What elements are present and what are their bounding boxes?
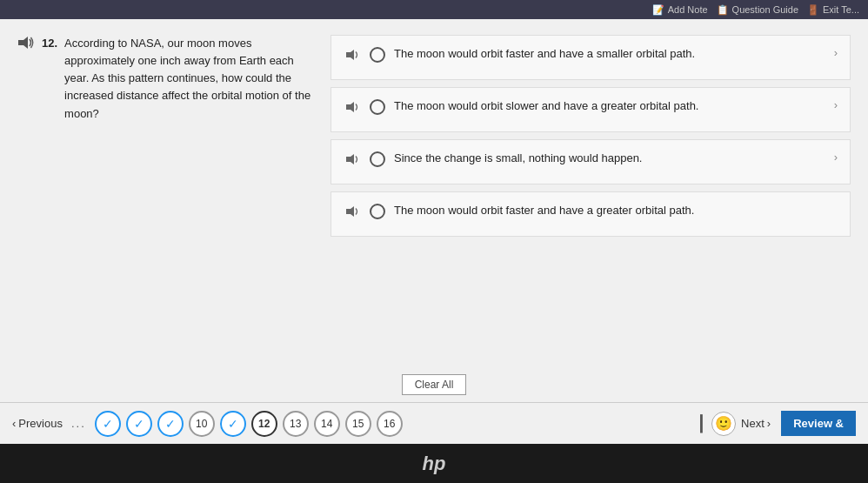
page-btn-8[interactable]: ✓ <box>126 411 152 437</box>
page-btn-10[interactable]: 10 <box>189 411 215 437</box>
page-btn-13[interactable]: 13 <box>283 411 309 437</box>
page-13-label: 13 <box>290 418 301 430</box>
svg-marker-3 <box>346 154 354 164</box>
page-14-label: 14 <box>321 418 332 430</box>
audio-icon-b[interactable] <box>344 99 363 115</box>
guide-icon: 📋 <box>717 4 729 16</box>
audio-icon-question[interactable] <box>17 36 35 50</box>
arrow-a: › <box>834 46 838 59</box>
arrow-b: › <box>834 98 838 111</box>
option-d-text: The moon would orbit faster and have a g… <box>394 203 838 219</box>
prev-arrow-icon: ‹ <box>12 417 16 430</box>
radio-b[interactable] <box>370 99 385 115</box>
radio-d[interactable] <box>370 204 385 219</box>
svg-marker-4 <box>346 206 354 217</box>
option-a-left <box>344 46 385 63</box>
check-icon-11: ✓ <box>228 418 238 430</box>
question-guide-label: Question Guide <box>732 4 798 15</box>
text-cursor-icon[interactable]: ┃ <box>697 414 706 433</box>
page-10-label: 10 <box>196 418 207 430</box>
question-area: 12. According to NASA, our moon moves ap… <box>0 19 868 371</box>
check-icon-8: ✓ <box>134 418 144 430</box>
hp-logo: hp <box>423 453 446 475</box>
page-btn-9[interactable]: ✓ <box>157 411 184 437</box>
option-b-text: The moon would orbit slower and have a g… <box>394 98 825 115</box>
page-btn-7[interactable]: ✓ 7 <box>95 411 121 437</box>
top-bar: 📝 Add Note 📋 Question Guide 🚪 Exit Te... <box>0 0 868 19</box>
check-icon-7: ✓ <box>103 418 113 430</box>
add-note-button[interactable]: 📝 Add Note <box>652 4 708 16</box>
page-btn-15[interactable]: 15 <box>345 411 371 437</box>
bottom-nav: ‹ Previous ... ✓ 7 ✓ ✓ 10 ✓ <box>0 402 868 444</box>
option-b-left <box>344 98 385 115</box>
question-guide-button[interactable]: 📋 Question Guide <box>717 4 798 16</box>
page-btn-12[interactable]: 12 <box>251 411 277 437</box>
audio-icon-c[interactable] <box>344 151 363 167</box>
smile-icon: 🙂 <box>715 415 732 432</box>
option-d[interactable]: The moon would orbit faster and have a g… <box>331 191 851 237</box>
page-15-label: 15 <box>352 418 364 430</box>
next-arrow-icon: › <box>767 417 771 430</box>
nav-dots: ... <box>71 417 86 430</box>
page-btn-14[interactable]: 14 <box>314 411 340 437</box>
page-btn-16[interactable]: 16 <box>377 411 403 437</box>
option-a-text: The moon would orbit faster and have a s… <box>394 46 825 63</box>
add-note-label: Add Note <box>668 4 708 15</box>
page-12-label: 12 <box>258 418 270 430</box>
radio-a[interactable] <box>370 47 385 63</box>
answer-options: The moon would orbit faster and have a s… <box>331 35 851 362</box>
exit-test-button[interactable]: 🚪 Exit Te... <box>807 4 859 16</box>
page-btn-11[interactable]: ✓ <box>220 411 246 437</box>
check-icon-9: ✓ <box>165 418 176 430</box>
next-label: Next <box>741 417 765 430</box>
question-number-label: 12. <box>42 35 57 52</box>
option-c-left <box>344 151 385 167</box>
emoji-button[interactable]: 🙂 <box>711 412 736 436</box>
question-left: 12. According to NASA, our moon moves ap… <box>17 35 313 362</box>
next-button[interactable]: Next › <box>741 417 771 430</box>
svg-marker-0 <box>18 37 28 49</box>
option-b[interactable]: The moon would orbit slower and have a g… <box>331 87 851 132</box>
svg-marker-1 <box>346 50 354 60</box>
note-icon: 📝 <box>652 4 664 16</box>
review-button[interactable]: Review & <box>781 411 856 436</box>
option-c-text: Since the change is small, nothing would… <box>394 151 825 167</box>
clear-all-row: Clear All <box>0 371 868 402</box>
arrow-c: › <box>834 151 838 164</box>
question-number-row: 12. According to NASA, our moon moves ap… <box>17 35 313 123</box>
svg-marker-2 <box>346 102 354 112</box>
option-d-left <box>344 203 385 219</box>
hp-logo-bar: hp <box>0 444 868 483</box>
previous-button[interactable]: ‹ Previous <box>12 417 63 430</box>
option-c[interactable]: Since the change is small, nothing would… <box>331 139 851 184</box>
audio-icon-a[interactable] <box>344 47 363 63</box>
radio-c[interactable] <box>370 151 385 167</box>
page-16-label: 16 <box>384 418 395 430</box>
option-a[interactable]: The moon would orbit faster and have a s… <box>331 35 851 80</box>
clear-all-button[interactable]: Clear All <box>402 374 467 395</box>
exit-icon: 🚪 <box>807 4 819 16</box>
previous-label: Previous <box>18 417 63 430</box>
audio-icon-d[interactable] <box>344 204 363 219</box>
screen: 📝 Add Note 📋 Question Guide 🚪 Exit Te... <box>0 0 868 483</box>
question-text: According to NASA, our moon moves approx… <box>64 35 313 123</box>
exit-test-label: Exit Te... <box>823 4 859 15</box>
main-content: 12. According to NASA, our moon moves ap… <box>0 19 868 444</box>
